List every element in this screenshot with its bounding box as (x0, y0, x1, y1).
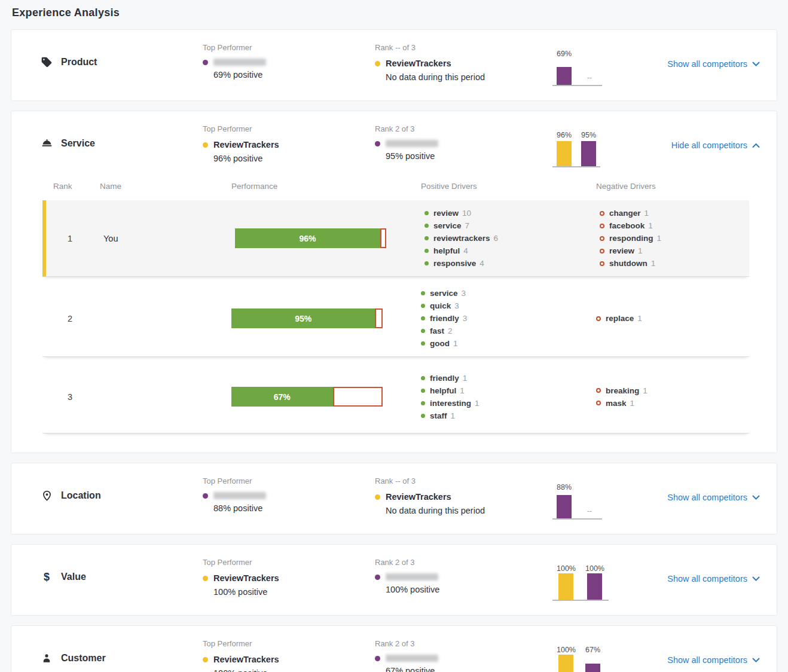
negative-dot-icon (596, 401, 601, 405)
driver-item: service7 (424, 221, 600, 230)
person-icon (40, 652, 53, 665)
yellow-bar (557, 141, 572, 166)
top-performer-score: 96% positive (213, 154, 375, 163)
you-dot (203, 657, 208, 662)
show-all-competitors-link[interactable]: Show all competitors (667, 655, 760, 665)
show-all-competitors-link[interactable]: Show all competitors (667, 493, 760, 502)
experience-analysis-page: Experience Analysis Product Top Performe… (0, 0, 788, 672)
driver-item: helpful1 (421, 386, 596, 395)
blurred-competitor-name (213, 59, 266, 66)
driver-item: staff1 (421, 411, 596, 420)
hide-all-competitors-link[interactable]: Hide all competitors (671, 140, 760, 150)
rank-cell: 2 (42, 314, 100, 323)
top-performer-score: 100% positive (213, 587, 375, 597)
rank-detail: No data during this period (386, 506, 552, 515)
negative-dot-icon (596, 316, 601, 321)
rank-cell: 3 (42, 392, 100, 402)
rank-detail: No data during this period (386, 72, 552, 82)
driver-item: changer1 (600, 209, 749, 218)
competitor-dot (375, 656, 380, 661)
positive-dot-icon (421, 304, 425, 308)
service-rank: Rank 2 of 3 95% positive (375, 123, 552, 167)
driver-item: shutdown1 (600, 259, 749, 268)
value-mini-chart: 100% 100% (552, 557, 642, 601)
rank-score: 67% positive (386, 666, 552, 672)
purple-bar (587, 573, 602, 600)
top-performer-score: 88% positive (213, 503, 375, 513)
location-card: Location Top Performer 88% positive Rank… (11, 463, 777, 534)
competitor-dot (203, 60, 208, 65)
competitor-dot (375, 575, 380, 580)
chevron-down-icon (752, 495, 760, 500)
positive-drivers-list: friendly1 helpful1 interesting1 staff1 (421, 365, 596, 429)
tag-icon (40, 56, 53, 69)
competitor-dot (375, 141, 380, 146)
positive-drivers-list: review10 service7 reviewtrackers6 helpfu… (424, 200, 600, 276)
table-row[interactable]: 2 95% service3 quick3 friendly3 fast2 go… (42, 280, 749, 357)
driver-item: replace1 (596, 314, 749, 323)
category-title: Product (61, 57, 97, 68)
you-dot (203, 576, 208, 581)
category-title: Service (61, 138, 95, 149)
driver-item: mask1 (596, 399, 749, 408)
show-all-competitors-link[interactable]: Show all competitors (667, 59, 760, 69)
rank-label: Rank 2 of 3 (375, 639, 552, 648)
driver-item: friendly3 (421, 314, 596, 323)
table-row[interactable]: 3 67% friendly1 helpful1 interesting1 st… (42, 361, 749, 433)
performance-bar: 96% (235, 228, 386, 248)
purple-bar (585, 664, 600, 672)
dollar-icon: $ (40, 570, 53, 584)
performance-bar: 95% (231, 308, 383, 328)
rank-label: Rank 2 of 3 (375, 558, 552, 567)
rank-cell: 1 (46, 234, 103, 243)
performance-negative-segment (380, 228, 386, 248)
driver-item: good1 (421, 339, 596, 348)
driver-item: interesting1 (421, 399, 596, 408)
driver-item: friendly1 (421, 374, 596, 383)
table-row[interactable]: 1 You 96% review10 service7 reviewtracke… (42, 200, 749, 277)
purple-bar (557, 495, 572, 518)
negative-drivers-list: replace1 (596, 306, 749, 331)
negative-dot-icon (600, 224, 604, 228)
customer-rank: Rank 2 of 3 67% positive (375, 638, 552, 672)
product-mini-chart: 69% -- (552, 42, 642, 86)
positive-dot-icon (421, 316, 425, 320)
customer-top-performer: Top Performer ReviewTrackers 100% positi… (203, 638, 375, 672)
driver-item: fast2 (421, 326, 596, 335)
purple-bar (581, 141, 596, 166)
product-top-performer: Top Performer 69% positive (203, 42, 375, 86)
header-performance: Performance (231, 182, 421, 191)
yellow-bar (558, 655, 573, 672)
header-rank: Rank (42, 182, 100, 191)
positive-dot-icon (421, 376, 425, 380)
rank-score: 100% positive (386, 585, 552, 594)
positive-dot-icon (424, 236, 429, 240)
bar-value-label: 88% (557, 483, 572, 491)
blurred-competitor-name (213, 492, 266, 499)
top-performer-label: Top Performer (203, 43, 375, 52)
table-header: Rank Name Performance Positive Drivers N… (42, 182, 749, 200)
value-rank: Rank 2 of 3 100% positive (375, 557, 552, 601)
driver-item: service3 (421, 289, 596, 298)
negative-dot-icon (596, 388, 601, 393)
location-rank: Rank -- of 3 ReviewTrackers No data duri… (375, 475, 552, 520)
show-all-competitors-link[interactable]: Show all competitors (667, 574, 760, 584)
performance-negative-segment (333, 387, 383, 407)
competitor-dot (203, 493, 208, 499)
negative-dot-icon (600, 211, 604, 216)
header-negative-drivers: Negative Drivers (596, 182, 749, 191)
driver-item: responsive4 (424, 259, 600, 268)
page-title: Experience Analysis (11, 0, 777, 19)
competitor-table: Rank Name Performance Positive Drivers N… (42, 182, 749, 433)
driver-item: quick3 (421, 301, 596, 310)
top-performer-label: Top Performer (203, 124, 375, 133)
header-name: Name (100, 182, 231, 191)
top-performer-label: Top Performer (203, 476, 375, 485)
negative-dot-icon (600, 261, 604, 266)
performance-fill: 96% (235, 228, 380, 248)
positive-dot-icon (421, 414, 425, 418)
value-card: $ Value Top Performer ReviewTrackers 100… (11, 544, 777, 616)
yellow-bar (558, 573, 573, 600)
chevron-down-icon (752, 576, 760, 582)
service-mini-chart: 96% 95% (552, 123, 642, 167)
